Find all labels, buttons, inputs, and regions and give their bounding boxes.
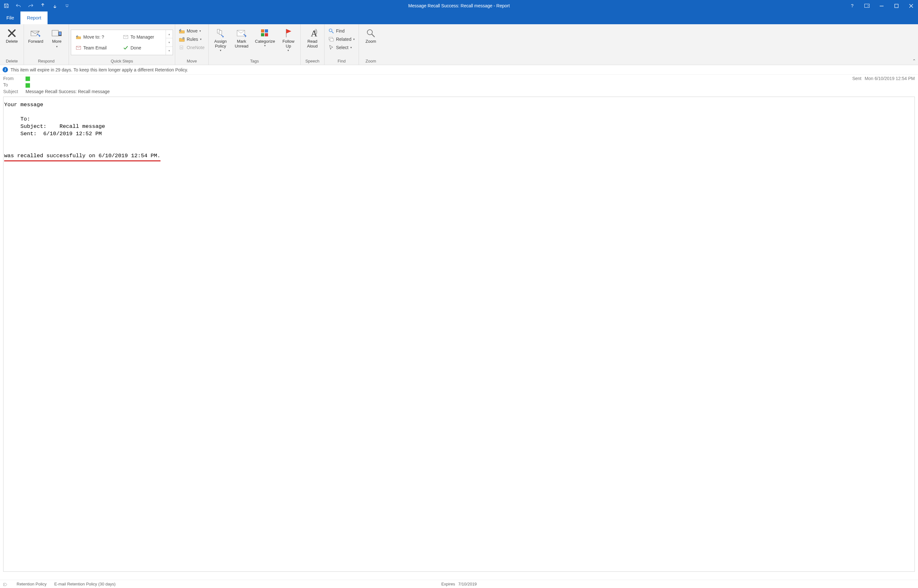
find-label: Find — [336, 28, 345, 34]
mark-unread-button[interactable]: Mark Unread — [232, 27, 251, 49]
svg-rect-12 — [219, 31, 222, 34]
done-check-icon — [123, 45, 129, 51]
body-line-subject: Subject: Recall message — [4, 123, 914, 131]
presence-icon — [26, 83, 30, 88]
group-respond: Forward More▾ Respond — [24, 24, 69, 65]
read-aloud-icon: A — [307, 28, 318, 39]
window-title: Message Recall Success: Recall message -… — [408, 3, 510, 8]
group-move-label: Move — [177, 58, 206, 65]
related-button[interactable]: Related ▾ — [326, 35, 357, 44]
qs-to-manager-label: To Manager — [131, 34, 154, 40]
team-email-icon — [76, 45, 81, 51]
collapse-ribbon-icon[interactable]: ⌃ — [912, 58, 916, 63]
zoom-button[interactable]: Zoom — [361, 27, 380, 44]
qs-up-icon[interactable]: ▴ — [166, 30, 173, 38]
ribbon-tab-strip: File Report — [0, 11, 918, 24]
redo-icon[interactable] — [28, 3, 34, 9]
to-value — [26, 82, 849, 87]
onenote-button: N OneNote — [177, 44, 206, 52]
rules-button[interactable]: Rules ▾ — [177, 35, 204, 44]
flag-icon — [283, 28, 294, 39]
ribbon-display-icon[interactable] — [864, 3, 870, 9]
svg-rect-4 — [59, 32, 61, 35]
from-label: From — [3, 76, 22, 81]
categorize-icon — [259, 28, 270, 39]
svg-rect-14 — [261, 29, 264, 32]
group-find-label: Find — [326, 58, 357, 65]
subject-label: Subject — [3, 89, 22, 94]
forward-button[interactable]: Forward — [26, 27, 45, 44]
categorize-button[interactable]: Categorize ▾ — [253, 27, 277, 47]
group-find: Find Related ▾ Select ▾ Find — [324, 24, 359, 65]
follow-up-button[interactable]: Follow Up ▾ — [278, 27, 298, 52]
qs-team-email[interactable]: Team Email — [74, 44, 116, 52]
group-speech-label: Speech — [303, 58, 322, 65]
body-line-to: To: — [4, 116, 914, 123]
tab-file[interactable]: File — [0, 11, 20, 24]
qs-done-label: Done — [131, 45, 141, 50]
svg-rect-21 — [330, 39, 334, 41]
quick-steps-gallery[interactable]: Move to: ? Team Email To Manager Done — [71, 30, 173, 55]
delete-label: Delete — [6, 39, 18, 44]
svg-point-23 — [4, 584, 5, 585]
customize-qat-icon[interactable] — [64, 3, 70, 9]
forward-icon — [30, 28, 41, 39]
previous-item-icon[interactable] — [40, 3, 46, 9]
move-label: Move — [187, 28, 198, 34]
save-icon[interactable] — [3, 3, 10, 9]
minimize-icon[interactable] — [878, 3, 885, 9]
delete-icon — [6, 28, 17, 39]
message-header: From Sent Mon 6/10/2019 12:54 PM To Subj… — [0, 74, 918, 97]
select-label: Select — [336, 45, 348, 50]
maximize-icon[interactable] — [893, 3, 900, 9]
more-label: More▾ — [52, 39, 62, 49]
categorize-label: Categorize — [255, 39, 275, 44]
close-icon[interactable] — [908, 3, 914, 9]
presence-icon — [26, 76, 30, 81]
mark-unread-label: Mark Unread — [235, 39, 249, 49]
more-button[interactable]: More▾ — [47, 27, 67, 49]
select-button[interactable]: Select ▾ — [326, 44, 354, 52]
svg-text:N: N — [181, 47, 182, 49]
tab-report[interactable]: Report — [20, 11, 47, 24]
read-aloud-label: Read Aloud — [307, 39, 317, 49]
subject-value: Message Recall Success: Recall message — [26, 89, 915, 94]
group-zoom: Zoom Zoom — [359, 24, 382, 65]
mark-unread-icon — [236, 28, 247, 39]
retention-label: Retention Policy — [16, 582, 47, 586]
move-button[interactable]: Move ▾ — [177, 27, 203, 35]
assign-policy-icon — [215, 28, 226, 39]
group-delete-label: Delete — [2, 58, 22, 65]
qs-done[interactable]: Done — [121, 44, 163, 52]
expires-label: Expires — [441, 582, 455, 586]
svg-rect-2 — [52, 30, 58, 36]
body-line-1: Your message — [4, 102, 914, 109]
group-move: Move ▾ Rules ▾ N OneNote Move — [175, 24, 209, 65]
find-button[interactable]: Find — [326, 27, 346, 35]
ribbon: Delete Delete Forward More▾ Respond — [0, 24, 918, 65]
qs-more-icon[interactable]: ▾ — [166, 47, 173, 55]
next-item-icon[interactable] — [52, 3, 58, 9]
undo-icon[interactable] — [15, 3, 22, 9]
retention-infobar: i This item will expire in 29 days. To k… — [0, 65, 918, 74]
group-tags: Assign Policy ▾ Mark Unread Categorize ▾ — [209, 24, 301, 65]
onenote-label: OneNote — [187, 45, 204, 50]
qs-scroll[interactable]: ▴ ▾ ▾ — [165, 30, 173, 55]
read-aloud-button[interactable]: A Read Aloud — [303, 27, 322, 49]
qs-to-manager[interactable]: To Manager — [121, 33, 163, 41]
qs-down-icon[interactable]: ▾ — [166, 38, 173, 46]
delete-button[interactable]: Delete — [2, 27, 22, 44]
svg-point-19 — [329, 29, 332, 32]
group-tags-label: Tags — [210, 58, 298, 65]
window-controls: ? — [849, 3, 918, 9]
assign-policy-button[interactable]: Assign Policy ▾ — [210, 27, 230, 52]
related-icon — [328, 36, 334, 42]
zoom-icon — [365, 28, 376, 39]
title-bar: Message Recall Success: Recall message -… — [0, 0, 918, 11]
follow-up-label: Follow Up — [282, 39, 295, 49]
help-icon[interactable]: ? — [849, 3, 855, 9]
related-label: Related — [336, 37, 351, 42]
svg-rect-17 — [265, 33, 268, 36]
group-speech: A Read Aloud Speech — [301, 24, 324, 65]
qs-move-to[interactable]: Move to: ? — [74, 33, 116, 41]
